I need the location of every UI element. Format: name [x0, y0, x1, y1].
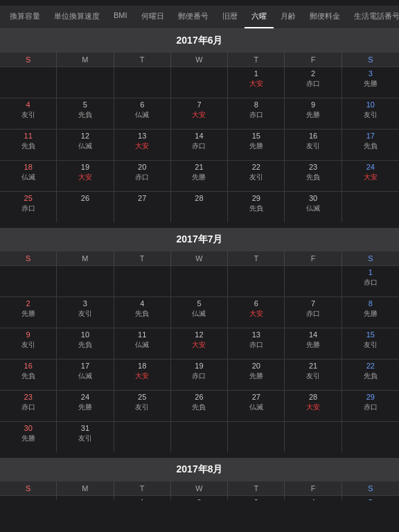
day-cell: 9先勝 — [285, 98, 342, 129]
day-number: 20 — [252, 362, 260, 370]
rokuyou-label: 大安 — [249, 309, 263, 319]
rokuyou-label: 友引 — [306, 371, 320, 381]
nav-tab-5[interactable]: 旧暦 — [215, 6, 245, 28]
dow-cell-6: S — [342, 481, 399, 495]
day-cell: 18大安 — [114, 360, 171, 390]
rokuyou-label: 先負 — [364, 371, 378, 381]
day-cell: 16先負 — [0, 360, 57, 390]
week-row-1-2: 9友引10先負11仏滅12大安13赤口14先勝15友引 — [0, 328, 399, 359]
day-cell — [114, 67, 171, 98]
day-number: 8 — [254, 100, 258, 109]
day-number: 30 — [309, 194, 317, 202]
day-cell: 19大安 — [57, 161, 114, 191]
week-row-1-0: 1赤口 — [0, 265, 399, 296]
day-number: 19 — [81, 163, 89, 171]
week-row-0-4: 25赤口26272829先負30仏滅 — [0, 191, 399, 222]
dow-cell-1: M — [57, 251, 114, 265]
day-cell: 28大安 — [285, 391, 342, 421]
nav-tab-4[interactable]: 郵便番号 — [171, 6, 215, 28]
day-cell: 15友引 — [342, 328, 399, 359]
rokuyou-label: 赤口 — [21, 204, 35, 213]
day-cell: 15先勝 — [228, 130, 285, 160]
nav-tab-7[interactable]: 月齢 — [274, 6, 303, 28]
day-number: 6 — [140, 100, 144, 109]
day-cell: 29先負 — [228, 192, 285, 222]
dow-cell-6: S — [342, 251, 399, 265]
day-cell: 18仏滅 — [0, 161, 57, 191]
day-number: 2 — [26, 299, 30, 308]
nav-tabs[interactable]: 換算容量単位換算速度BMI何曜日郵便番号旧暦六曜月齢郵便料金生活電話番号国際電話… — [0, 6, 399, 29]
dow-cell-4: T — [228, 53, 285, 66]
day-cell — [57, 67, 114, 98]
dow-cell-1: M — [57, 481, 114, 495]
rokuyou-label: 先負 — [364, 141, 378, 151]
day-cell: 21先勝 — [171, 161, 228, 191]
day-number: 27 — [252, 393, 260, 401]
day-number: 12 — [81, 132, 89, 140]
day-number: 1 — [140, 498, 144, 500]
calendar-title-0: 2017年6月 — [0, 29, 399, 53]
dow-cell-0: S — [0, 251, 57, 265]
day-cell: 13赤口 — [228, 328, 285, 359]
rokuyou-label: 赤口 — [192, 371, 206, 381]
nav-tab-6[interactable]: 六曜 — [245, 6, 274, 28]
day-cell: 4友引 — [0, 98, 57, 129]
day-cell: 5先勝 — [342, 496, 399, 500]
rokuyou-label: 友引 — [21, 110, 35, 120]
nav-tab-1[interactable]: 単位換算速度 — [47, 6, 107, 28]
nav-tab-2[interactable]: BMI — [107, 6, 134, 28]
day-number: 6 — [254, 299, 258, 308]
day-cell — [228, 266, 285, 296]
dow-cell-0: S — [0, 481, 57, 495]
nav-tab-0[interactable]: 換算容量 — [3, 6, 47, 28]
day-number: 24 — [366, 163, 375, 171]
rokuyou-label: 大安 — [306, 402, 320, 412]
nav-tab-3[interactable]: 何曜日 — [134, 6, 171, 28]
day-number: 22 — [366, 362, 375, 370]
day-number: 7 — [197, 100, 201, 109]
day-cell: 17仏滅 — [57, 360, 114, 390]
day-cell: 8赤口 — [228, 98, 285, 129]
day-cell: 12仏滅 — [57, 130, 114, 160]
day-cell: 20先勝 — [228, 360, 285, 390]
rokuyou-label: 仏滅 — [78, 371, 92, 381]
day-cell: 1先負 — [114, 496, 171, 500]
calendar-scroll-area[interactable]: 2017年6月SMTWTFS1大安2赤口3先勝4友引5先負6仏滅7大安8赤口9先… — [0, 29, 399, 500]
calendar-title-2: 2017年8月 — [0, 458, 399, 481]
day-cell: 5先負 — [57, 98, 114, 129]
day-cell: 11仏滅 — [114, 328, 171, 359]
day-cell: 17先負 — [342, 130, 399, 160]
rokuyou-label: 友引 — [306, 141, 320, 151]
rokuyou-label: 赤口 — [135, 172, 149, 182]
rokuyou-label: 友引 — [78, 309, 92, 319]
day-number: 1 — [254, 69, 258, 78]
rokuyou-label: 先勝 — [21, 434, 35, 443]
day-number: 22 — [252, 163, 260, 171]
day-cell: 21友引 — [285, 360, 342, 390]
day-number: 18 — [138, 362, 146, 370]
rokuyou-label: 先勝 — [364, 309, 378, 319]
rokuyou-label: 先負 — [192, 402, 206, 412]
dow-cell-2: T — [114, 251, 171, 265]
rokuyou-label: 友引 — [21, 340, 35, 350]
day-cell: 2仏滅 — [171, 496, 228, 500]
week-row-0-0: 1大安2赤口3先勝 — [0, 66, 399, 98]
day-number: 10 — [366, 100, 375, 109]
rokuyou-label: 仏滅 — [78, 141, 92, 151]
day-cell — [171, 266, 228, 296]
day-cell: 2赤口 — [285, 67, 342, 98]
day-cell — [114, 266, 171, 296]
dow-cell-5: F — [285, 251, 342, 265]
calendar-title-1: 2017年7月 — [0, 228, 399, 251]
week-row-0-2: 11先負12仏滅13大安14赤口15先勝16友引17先負 — [0, 129, 399, 160]
dow-cell-4: T — [228, 481, 285, 495]
day-number: 4 — [140, 299, 144, 308]
day-number: 2 — [311, 69, 315, 78]
nav-tab-9[interactable]: 生活電話番号 — [347, 6, 399, 28]
day-cell — [342, 192, 399, 222]
nav-tab-8[interactable]: 郵便料金 — [303, 6, 347, 28]
day-number: 11 — [24, 132, 33, 140]
rokuyou-label: 赤口 — [249, 110, 263, 120]
calendar-section-0: 2017年6月SMTWTFS1大安2赤口3先勝4友引5先負6仏滅7大安8赤口9先… — [0, 29, 399, 222]
rokuyou-label: 先負 — [21, 141, 35, 151]
